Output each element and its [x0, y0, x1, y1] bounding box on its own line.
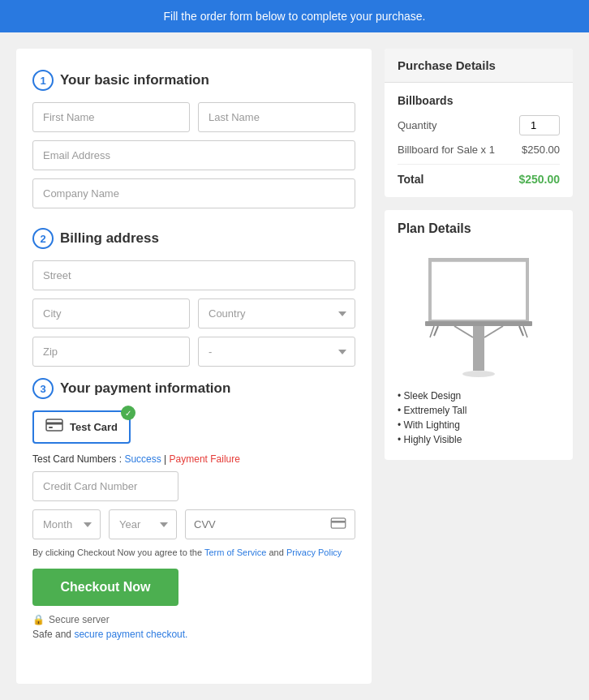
check-badge: ✓ [121, 406, 135, 420]
section3-title: Your payment information [60, 380, 230, 397]
purchase-details-body: Billboards Quantity Billboard for Sale x… [385, 83, 573, 197]
item-label: Billboard for Sale x 1 [398, 144, 495, 156]
section2-header: 2 Billing address [32, 228, 355, 249]
svg-line-12 [519, 326, 523, 336]
main-content: 1 Your basic information 2 Billing addre… [0, 32, 589, 700]
city-input[interactable] [32, 298, 190, 329]
svg-line-14 [523, 326, 527, 337]
zip-input[interactable] [32, 337, 190, 367]
feature-2: Exttremely Tall [398, 405, 560, 416]
lock-icon: 🔒 [32, 614, 45, 625]
price-row: Billboard for Sale x 1 $250.00 [398, 144, 560, 165]
street-input[interactable] [32, 260, 355, 290]
last-name-input[interactable] [198, 102, 355, 132]
tos-link[interactable]: Term of Service [204, 548, 266, 557]
svg-rect-10 [425, 321, 532, 326]
billboard-image [398, 244, 560, 382]
feature-3: With Lighting [398, 419, 560, 431]
total-amount: $250.00 [518, 173, 560, 186]
expiry-cvv-row: Month 010203 040506 070809 101112 Year 2… [32, 509, 355, 539]
purchase-details-header: Purchase Details [385, 49, 573, 83]
purchase-details-box: Purchase Details Billboards Quantity Bil… [385, 49, 573, 197]
svg-rect-2 [49, 427, 53, 428]
terms-text: By clicking Checkout Now you agree to th… [32, 548, 355, 557]
section2-title: Billing address [60, 230, 159, 247]
quantity-input[interactable] [519, 115, 560, 135]
test-card-info: Test Card Numbers : Success | Payment Fa… [32, 453, 355, 465]
card-icon [45, 419, 63, 436]
section2-number: 2 [32, 228, 54, 249]
svg-rect-3 [331, 517, 346, 527]
checkout-button[interactable]: Checkout Now [32, 569, 178, 606]
svg-rect-5 [430, 260, 527, 321]
payment-method-card[interactable]: Test Card ✓ [32, 410, 131, 444]
svg-point-16 [462, 371, 495, 377]
credit-card-input[interactable] [32, 471, 178, 501]
svg-rect-1 [46, 423, 62, 425]
success-link[interactable]: Success [124, 453, 161, 465]
feature-1: Sleek Design [398, 390, 560, 402]
city-country-row: Country [32, 298, 355, 329]
svg-rect-15 [473, 326, 484, 371]
svg-rect-4 [331, 520, 346, 522]
section1-number: 1 [32, 70, 54, 91]
company-name-input[interactable] [32, 178, 355, 208]
svg-rect-9 [526, 258, 529, 323]
terms-middle: and [269, 548, 286, 557]
cvv-card-icon [330, 517, 346, 532]
section3-header: 3 Your payment information [32, 378, 355, 399]
secure-server-row: 🔒 Secure server [32, 614, 355, 625]
svg-rect-8 [428, 258, 432, 323]
first-name-input[interactable] [32, 102, 190, 132]
privacy-link[interactable]: Privacy Policy [286, 548, 342, 557]
total-row: Total $250.00 [398, 173, 560, 186]
payment-failure-link[interactable]: Payment Failure [170, 453, 240, 465]
cvv-wrapper [185, 509, 355, 539]
top-banner: Fill the order form below to complete yo… [0, 0, 589, 32]
product-name: Billboards [398, 94, 560, 107]
section1-header: 1 Your basic information [32, 70, 355, 91]
quantity-label: Quantity [398, 119, 436, 131]
item-price: $250.00 [522, 144, 560, 156]
payment-method-label: Test Card [70, 421, 118, 433]
plan-features: Sleek Design Exttremely Tall With Lighti… [398, 390, 560, 445]
svg-line-18 [484, 326, 503, 337]
svg-rect-0 [46, 419, 62, 431]
secure-checkout-link[interactable]: secure payment checkout. [74, 629, 187, 640]
svg-line-13 [430, 326, 434, 337]
left-panel: 1 Your basic information 2 Billing addre… [16, 49, 372, 684]
name-row [32, 102, 355, 132]
svg-rect-6 [428, 258, 529, 262]
email-input[interactable] [32, 140, 355, 170]
month-select[interactable]: Month 010203 040506 070809 101112 [32, 509, 101, 539]
year-select[interactable]: Year 202420252026 20272028 [109, 509, 177, 539]
section1-title: Your basic information [60, 72, 209, 88]
svg-line-11 [434, 326, 438, 336]
secure-server-label: Secure server [49, 614, 110, 625]
banner-text: Fill the order form below to complete yo… [164, 10, 426, 23]
total-label: Total [398, 173, 423, 186]
secure-payment-text: Safe and secure payment checkout. [32, 629, 355, 640]
cvv-input[interactable] [194, 510, 330, 539]
plan-details-title: Plan Details [398, 221, 560, 236]
country-select[interactable]: Country [198, 298, 355, 329]
zip-state-row: - [32, 337, 355, 367]
state-select[interactable]: - [198, 337, 355, 367]
plan-details-box: Plan Details [385, 210, 573, 460]
quantity-row: Quantity [398, 115, 560, 135]
test-card-prefix: Test Card Numbers : [32, 453, 124, 465]
svg-line-17 [454, 326, 473, 337]
terms-prefix: By clicking Checkout Now you agree to th… [32, 548, 204, 557]
right-panel: Purchase Details Billboards Quantity Bil… [385, 49, 573, 684]
section3-number: 3 [32, 378, 54, 399]
feature-4: Highly Visible [398, 434, 560, 445]
